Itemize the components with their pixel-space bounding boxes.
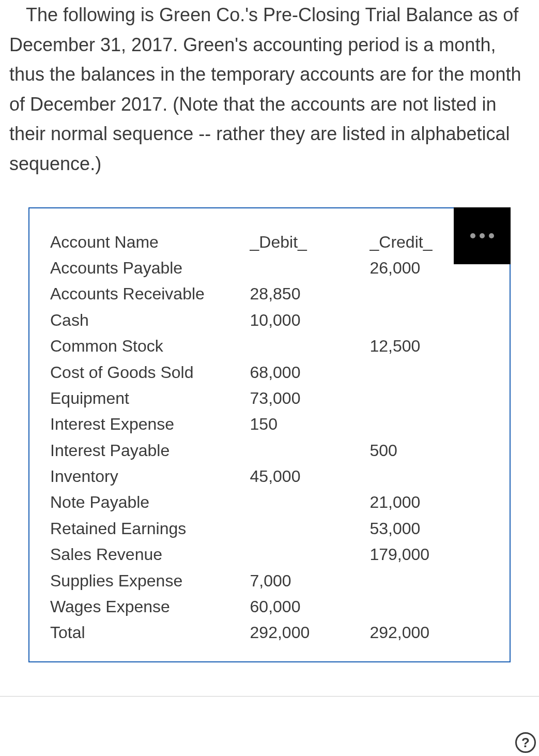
- account-name-cell: Interest Expense: [50, 411, 250, 437]
- table-row: Wages Expense60,000: [50, 594, 494, 619]
- debit-cell: [250, 333, 370, 359]
- credit-cell: 179,000: [369, 541, 494, 567]
- table-row: Equipment73,000: [50, 385, 494, 411]
- header-debit: _Debit_: [250, 229, 370, 255]
- trial-balance-table: Account Name _Debit_ _Credit_ Accounts P…: [50, 229, 494, 646]
- ellipsis-icon: [480, 233, 485, 238]
- debit-cell: 73,000: [250, 385, 370, 411]
- account-name-cell: Retained Earnings: [50, 516, 250, 541]
- table-row: Retained Earnings53,000: [50, 516, 494, 541]
- table-row: Total292,000292,000: [50, 619, 494, 645]
- table-row: Sales Revenue179,000: [50, 541, 494, 567]
- table-row: Accounts Payable26,000: [50, 255, 494, 281]
- help-icon[interactable]: ?: [515, 732, 536, 753]
- credit-cell: [369, 307, 494, 333]
- credit-cell: 292,000: [369, 619, 494, 645]
- question-mark-icon: ?: [521, 735, 530, 751]
- debit-cell: [250, 541, 370, 567]
- account-name-cell: Cost of Goods Sold: [50, 359, 250, 385]
- table-row: Inventory45,000: [50, 463, 494, 489]
- debit-cell: 68,000: [250, 359, 370, 385]
- table-row: Cash10,000: [50, 307, 494, 333]
- table-row: Common Stock12,500: [50, 333, 494, 359]
- debit-cell: [250, 255, 370, 281]
- divider: [0, 696, 539, 697]
- table-row: Supplies Expense7,000: [50, 568, 494, 594]
- account-name-cell: Supplies Expense: [50, 568, 250, 594]
- credit-cell: [369, 359, 494, 385]
- account-name-cell: Accounts Receivable: [50, 281, 250, 307]
- table-row: Cost of Goods Sold68,000: [50, 359, 494, 385]
- debit-cell: 28,850: [250, 281, 370, 307]
- header-account-name: Account Name: [50, 229, 250, 255]
- intro-text: The following is Green Co.'s Pre-Closing…: [9, 4, 521, 174]
- credit-cell: [369, 463, 494, 489]
- ellipsis-icon: [470, 233, 475, 238]
- debit-cell: [250, 437, 370, 463]
- account-name-cell: Equipment: [50, 385, 250, 411]
- account-name-cell: Cash: [50, 307, 250, 333]
- account-name-cell: Interest Payable: [50, 437, 250, 463]
- account-name-cell: Sales Revenue: [50, 541, 250, 567]
- credit-cell: [369, 281, 494, 307]
- debit-cell: 10,000: [250, 307, 370, 333]
- debit-cell: 60,000: [250, 594, 370, 619]
- credit-cell: 12,500: [369, 333, 494, 359]
- credit-cell: 53,000: [369, 516, 494, 541]
- credit-cell: [369, 594, 494, 619]
- ellipsis-icon: [489, 233, 494, 238]
- credit-cell: [369, 385, 494, 411]
- credit-cell: [369, 568, 494, 594]
- debit-cell: [250, 516, 370, 541]
- table-row: Note Payable21,000: [50, 489, 494, 515]
- account-name-cell: Total: [50, 619, 250, 645]
- debit-cell: 45,000: [250, 463, 370, 489]
- debit-cell: 150: [250, 411, 370, 437]
- table-row: Interest Payable500: [50, 437, 494, 463]
- account-name-cell: Inventory: [50, 463, 250, 489]
- debit-cell: [250, 489, 370, 515]
- trial-balance-container: Account Name _Debit_ _Credit_ Accounts P…: [28, 207, 511, 662]
- account-name-cell: Accounts Payable: [50, 255, 250, 281]
- table-row: Interest Expense150: [50, 411, 494, 437]
- credit-cell: [369, 411, 494, 437]
- table-header-row: Account Name _Debit_ _Credit_: [50, 229, 494, 255]
- account-name-cell: Wages Expense: [50, 594, 250, 619]
- debit-cell: 292,000: [250, 619, 370, 645]
- debit-cell: 7,000: [250, 568, 370, 594]
- problem-intro: The following is Green Co.'s Pre-Closing…: [0, 0, 539, 179]
- account-name-cell: Note Payable: [50, 489, 250, 515]
- credit-cell: 500: [369, 437, 494, 463]
- credit-cell: 21,000: [369, 489, 494, 515]
- account-name-cell: Common Stock: [50, 333, 250, 359]
- table-row: Accounts Receivable28,850: [50, 281, 494, 307]
- more-options-button[interactable]: [454, 207, 511, 264]
